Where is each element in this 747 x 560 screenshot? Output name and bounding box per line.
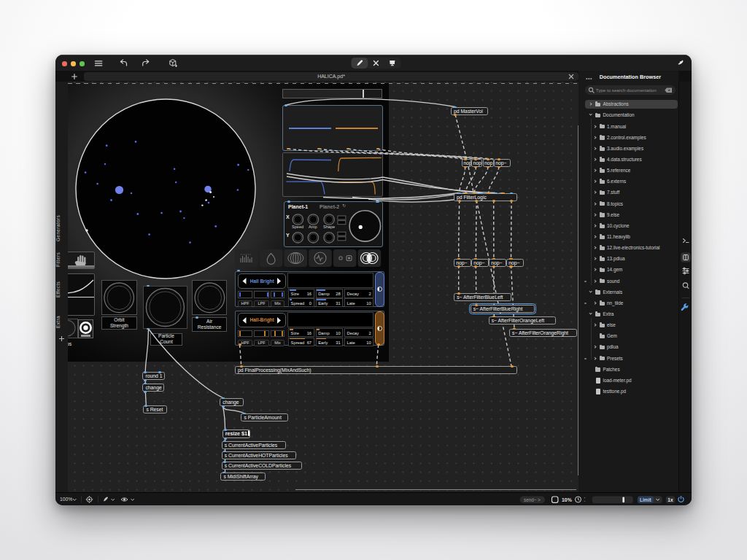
svg-text:10%: 10% (562, 497, 572, 502)
svg-text:1x: 1x (667, 497, 673, 502)
svg-text:Limit: Limit (640, 497, 652, 502)
svg-text:send~ >: send~ > (524, 497, 541, 502)
